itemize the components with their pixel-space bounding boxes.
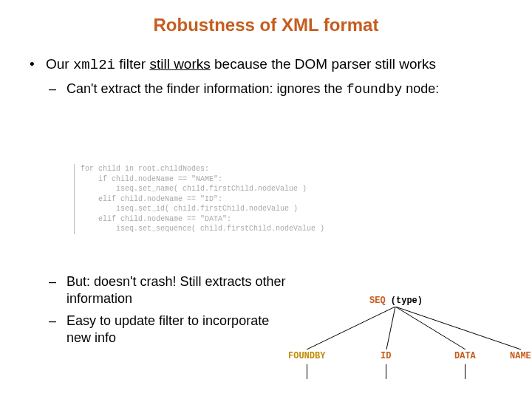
content-area: Our xml2i filter still works because the… [30, 55, 517, 103]
text-underline: still works [149, 56, 210, 72]
dom-tree-diagram: SEQ (type) FOUNDBY ID DATA NAME [281, 296, 532, 399]
node-label: FOUNDBY [288, 351, 325, 361]
code-block: for child in root.childNodes: if child.n… [74, 164, 324, 234]
bullet-sub-update: Easy to update filter to incorporate new… [49, 313, 296, 347]
text: Can't extract the finder information: ig… [66, 81, 347, 96]
node-label: ID [381, 351, 391, 361]
lower-bullets: But: doesn't crash! Still extracts other… [30, 273, 296, 352]
tree-root: SEQ (type) [369, 296, 423, 306]
slide: Robustness of XML format Our xml2i filte… [0, 0, 532, 399]
svg-line-3 [395, 307, 521, 349]
tree-stem [465, 364, 466, 379]
tree-node-id: ID [381, 351, 391, 361]
node-label: NAME [510, 351, 531, 361]
text: Our [46, 56, 73, 72]
tree-node-data: DATA [454, 351, 476, 361]
tree-branches [281, 307, 532, 355]
svg-line-1 [386, 307, 395, 349]
tree-stem [307, 364, 307, 379]
tree-node-foundby: FOUNDBY [288, 351, 325, 361]
bullet-main: Our xml2i filter still works because the… [30, 55, 517, 75]
bullet-sub-extract: Can't extract the finder information: ig… [49, 81, 517, 98]
tree-node-name: NAME [510, 351, 531, 361]
code-inline: xml2i [73, 57, 115, 73]
root-type: (type) [391, 296, 423, 306]
svg-line-0 [307, 307, 395, 349]
node-label: DATA [454, 351, 476, 361]
root-label: SEQ [369, 296, 386, 306]
text: because the DOM parser still works [211, 56, 436, 72]
code-inline: foundby [347, 82, 403, 97]
text: filter [115, 56, 149, 72]
svg-line-2 [395, 307, 466, 349]
bullet-sub-nocrash: But: doesn't crash! Still extracts other… [49, 273, 296, 308]
text: node: [402, 81, 439, 96]
slide-title: Robustness of XML format [0, 15, 532, 35]
tree-stem [386, 364, 386, 379]
